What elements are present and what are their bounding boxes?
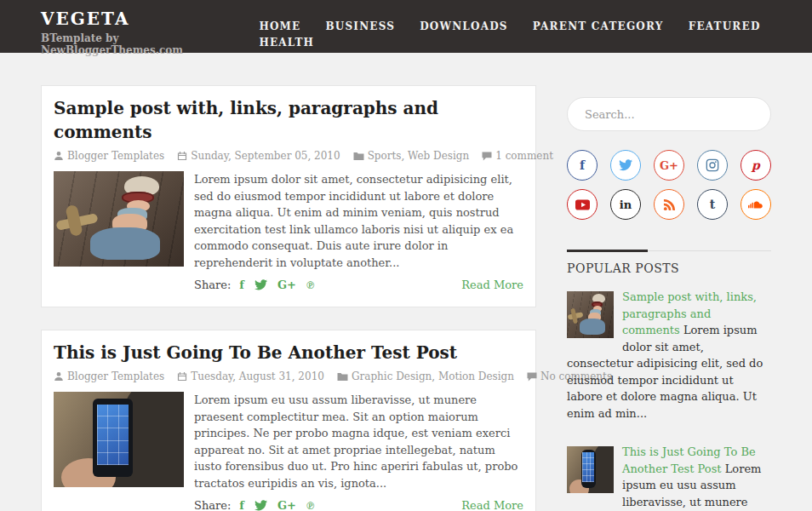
popular-post-thumbnail-kid-with-goggles[interactable] (567, 291, 614, 338)
post-author[interactable]: Blogger Templates (67, 370, 164, 382)
share-label: Share: (194, 499, 231, 511)
folder-icon (337, 372, 348, 382)
nav-item-business[interactable]: BUSINESS (326, 20, 396, 32)
post-author[interactable]: Blogger Templates (67, 150, 164, 162)
facebook-share-icon[interactable]: f (239, 500, 244, 511)
post-comments[interactable]: 1 comment (495, 150, 553, 162)
search-input[interactable] (567, 97, 771, 131)
linkedin-icon[interactable]: in (610, 189, 641, 220)
posts-column: Sample post with, links, paragraphs and … (41, 85, 536, 511)
nav-item-home[interactable]: HOME (259, 20, 300, 32)
comment-icon (527, 372, 537, 382)
facebook-share-icon[interactable]: f (239, 279, 244, 290)
pinterest-share-icon[interactable]: ℗ (306, 279, 315, 290)
pinterest-icon[interactable]: p (741, 150, 771, 181)
facebook-icon[interactable]: f (567, 150, 598, 181)
widget-divider (567, 250, 771, 251)
read-more-link[interactable]: Read More (461, 499, 523, 511)
nav-item-featured[interactable]: FEATURED (689, 20, 761, 32)
share-label: Share: (194, 278, 231, 291)
post-excerpt: Lorem ipsum dolor sit amet, consectetur … (194, 171, 523, 271)
nav-item-downloads[interactable]: DOWNLOADS (420, 20, 507, 32)
post-categories[interactable]: Sports, Web Design (368, 150, 470, 162)
author-icon (54, 151, 64, 161)
twitter-share-icon[interactable] (254, 500, 267, 511)
post-thumbnail-kid-with-goggles[interactable] (54, 171, 184, 267)
calendar-icon (177, 371, 187, 382)
folder-icon (353, 152, 364, 161)
pinterest-share-icon[interactable]: ℗ (306, 500, 315, 511)
google-plus-icon[interactable]: G+ (654, 150, 684, 181)
comment-icon (482, 152, 492, 161)
rss-icon[interactable] (654, 189, 684, 220)
post-excerpt: Lorem ipsum eu usu assum liberavisse, ut… (194, 392, 523, 491)
share-row: Share: f G+ ℗ Read More (194, 278, 523, 291)
popular-post-item: This is Just Going To Be Another Test Po… (567, 444, 771, 511)
post-card: Sample post with, links, paragraphs and … (41, 85, 536, 307)
post-meta: Blogger Templates Sunday, September 05, … (54, 150, 523, 162)
post-date: Tuesday, August 31, 2010 (191, 370, 324, 382)
google-plus-share-icon[interactable]: G+ (277, 500, 296, 511)
youtube-icon[interactable] (567, 189, 598, 220)
site-tagline: BTemplate by NewBloggerThemes.com (41, 32, 238, 56)
main-nav: HOME BUSINESS DOWNLOADS PARENT CATEGORY … (238, 17, 771, 56)
post-thumbnail-phone-in-hand[interactable] (54, 392, 184, 487)
post-card: This is Just Going To Be Another Test Po… (41, 330, 536, 511)
post-body: Lorem ipsum dolor sit amet, consectetur … (54, 171, 523, 291)
read-more-link[interactable]: Read More (461, 278, 523, 291)
post-title-link[interactable]: This is Just Going To Be Another Test Po… (54, 341, 523, 365)
nav-item-parent-category[interactable]: PARENT CATEGORY (533, 20, 664, 32)
logo-block: VEGETA BTemplate by NewBloggerThemes.com (41, 9, 238, 56)
post-meta: Blogger Templates Tuesday, August 31, 20… (54, 370, 523, 382)
soundcloud-icon[interactable] (741, 189, 771, 220)
google-plus-share-icon[interactable]: G+ (277, 279, 296, 290)
site-header: VEGETA BTemplate by NewBloggerThemes.com… (0, 0, 812, 53)
popular-post-item: Sample post with, links, paragraphs and … (567, 289, 771, 422)
twitter-icon[interactable] (610, 150, 641, 181)
share-row: Share: f G+ ℗ Read More (194, 499, 523, 511)
tumblr-icon[interactable]: t (697, 189, 728, 220)
twitter-share-icon[interactable] (254, 279, 267, 290)
post-categories[interactable]: Graphic Design, Motion Design (352, 370, 514, 382)
post-body: Lorem ipsum eu usu assum liberavisse, ut… (54, 392, 523, 511)
author-icon (54, 371, 64, 382)
calendar-icon (177, 151, 187, 161)
social-links-widget: f G+ p in t (567, 150, 771, 220)
site-logo[interactable]: VEGETA (41, 9, 238, 28)
post-title-link[interactable]: Sample post with, links, paragraphs and … (54, 96, 523, 144)
instagram-icon[interactable] (697, 150, 728, 181)
sidebar: f G+ p in t POPULAR POSTS Sample post wi… (567, 85, 771, 511)
popular-post-thumbnail-phone-in-hand[interactable] (567, 446, 614, 493)
post-date: Sunday, September 05, 2010 (191, 150, 340, 162)
popular-posts-heading: POPULAR POSTS (567, 261, 771, 275)
nav-item-health[interactable]: HEALTH (259, 37, 314, 49)
